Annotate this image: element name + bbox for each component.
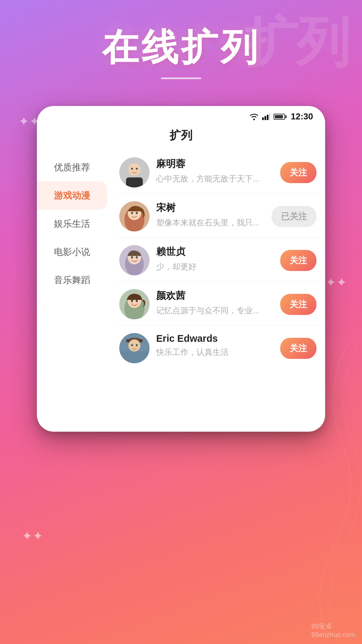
content-area: 优质推荐 游戏动漫 娱乐生活 电影小说 音乐舞蹈 [37, 150, 325, 425]
list-item: 宋树 塑像本来就在石头里，我只... 已关注 [116, 194, 320, 238]
signal-icon [262, 113, 270, 120]
svg-rect-4 [269, 113, 270, 120]
app-header-title: 扩列 [37, 124, 325, 150]
list-item: 颜欢茜 记忆点源于与众不同，专业... 关注 [116, 282, 320, 326]
avatar [119, 157, 149, 187]
svg-point-19 [131, 256, 133, 259]
follow-button[interactable]: 关注 [280, 294, 316, 315]
sidebar-item-game-anime[interactable]: 游戏动漫 [37, 181, 107, 210]
follow-button[interactable]: 关注 [280, 338, 316, 359]
user-info: Eric Edwards 快乐工作，认真生活 [156, 333, 274, 358]
watermark: 99安卓99anzhuo.com [311, 622, 355, 639]
avatar [119, 201, 149, 231]
follow-button[interactable]: 关注 [280, 250, 316, 271]
svg-point-15 [136, 212, 138, 214]
user-info: 宋树 塑像本来就在石头里，我只... [156, 201, 265, 228]
svg-point-8 [128, 163, 140, 175]
svg-point-10 [136, 168, 138, 170]
user-bio: 心中无敌，方能无敌于天下... [156, 173, 263, 184]
status-time: 12:30 [291, 111, 313, 122]
sidebar-item-music-dance[interactable]: 音乐舞蹈 [37, 266, 107, 294]
status-icons [249, 113, 285, 120]
user-name: Eric Edwards [156, 333, 274, 344]
svg-point-9 [131, 168, 133, 170]
wifi-icon [249, 113, 259, 120]
sidebar: 优质推荐 游戏动漫 娱乐生活 电影小说 音乐舞蹈 [37, 150, 111, 425]
avatar [119, 333, 149, 363]
sidebar-item-movie-novel[interactable]: 电影小说 [37, 238, 107, 266]
sidebar-item-entertainment[interactable]: 娱乐生活 [37, 210, 107, 238]
user-name: 赖世贞 [156, 245, 274, 259]
sidebar-item-recommend[interactable]: 优质推荐 [37, 153, 107, 181]
svg-rect-2 [264, 116, 266, 120]
user-bio: 少，却更好 [156, 261, 263, 272]
divider [161, 77, 201, 79]
user-name: 宋树 [156, 201, 265, 215]
phone-mockup: 12:30 扩列 优质推荐 游戏动漫 娱乐生活 电影小说 音乐舞蹈 [37, 106, 325, 432]
user-info: 麻明蓉 心中无敌，方能无敌于天下... [156, 157, 274, 184]
svg-point-21 [130, 258, 133, 262]
svg-rect-7 [126, 177, 143, 187]
user-bio: 塑像本来就在石头里，我只... [156, 217, 263, 228]
svg-point-27 [136, 300, 138, 302]
followed-button[interactable]: 已关注 [272, 206, 316, 227]
list-item: Eric Edwards 快乐工作，认真生活 关注 [116, 326, 320, 369]
svg-point-26 [131, 300, 133, 302]
svg-rect-3 [267, 115, 268, 120]
user-info: 赖世贞 少，却更好 [156, 245, 274, 272]
avatar [119, 245, 149, 275]
status-bar: 12:30 [37, 106, 325, 124]
follow-button[interactable]: 关注 [280, 162, 316, 183]
svg-point-29 [135, 302, 139, 306]
list-item: 赖世贞 少，却更好 关注 [116, 238, 320, 282]
user-info: 颜欢茜 记忆点源于与众不同，专业... [156, 289, 274, 316]
svg-point-14 [131, 212, 133, 214]
user-bio: 快乐工作，认真生活 [156, 347, 263, 358]
svg-point-22 [135, 258, 139, 262]
battery-icon [274, 114, 285, 120]
sparkle-decoration-2 [325, 275, 347, 290]
user-bio: 记忆点源于与众不同，专业... [156, 305, 263, 316]
main-title: 在线扩列 [0, 27, 362, 67]
user-name: 颜欢茜 [156, 289, 274, 303]
header-section: 在线扩列 [0, 0, 362, 93]
svg-point-36 [131, 344, 133, 346]
svg-rect-1 [262, 117, 264, 120]
avatar [119, 289, 149, 319]
svg-point-0 [253, 118, 255, 120]
user-list: 麻明蓉 心中无敌，方能无敌于天下... 关注 [111, 150, 325, 425]
svg-point-37 [136, 344, 138, 346]
sparkle-decoration-3 [22, 529, 43, 543]
svg-point-28 [130, 302, 133, 306]
svg-point-20 [136, 256, 138, 259]
user-name: 麻明蓉 [156, 157, 274, 171]
svg-rect-31 [119, 350, 149, 363]
svg-point-35 [128, 339, 140, 352]
list-item: 麻明蓉 心中无敌，方能无敌于天下... 关注 [116, 150, 320, 194]
